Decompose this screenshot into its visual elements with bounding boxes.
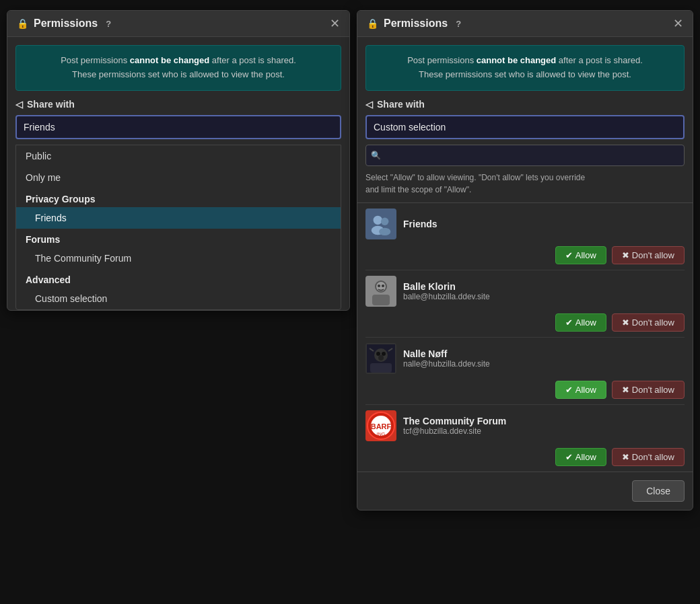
permission-help-text: Select "Allow" to allow viewing. "Don't … <box>357 172 693 202</box>
right-dialog-header: 🔒 Permissions ? ✕ <box>357 11 693 37</box>
dropdown-item-community-forum[interactable]: The Community Forum <box>16 248 341 269</box>
svg-text:ING: ING <box>377 432 385 437</box>
action-row-friends: ✔ Allow ✖ Don't allow <box>365 243 685 270</box>
svg-point-1 <box>381 217 388 225</box>
contact-row-tcf: BARF ING The Community Forum tcf@hubzill… <box>365 410 685 445</box>
right-info-prefix: Post permissions <box>407 55 477 65</box>
right-info-strong: cannot be changed <box>477 55 556 65</box>
contact-info-nalle: Nalle Nøff nalle@hubzilla.ddev.site <box>403 348 685 369</box>
left-close-button[interactable]: ✕ <box>330 17 340 30</box>
dialog-footer: Close <box>357 472 693 510</box>
cross-icon-tcf: ✖ <box>622 452 629 462</box>
right-share-with-input[interactable] <box>365 115 685 139</box>
dropdown-item-only-me[interactable]: Only me <box>16 167 341 188</box>
left-info-prefix: Post permissions <box>61 55 130 65</box>
dropdown-item-custom-selection[interactable]: Custom selection <box>16 288 341 309</box>
contact-item-tcf: BARF ING The Community Forum tcf@hubzill… <box>357 405 693 471</box>
svg-point-14 <box>378 355 384 361</box>
dropdown-group-forums: Forums <box>16 229 341 248</box>
action-row-nalle: ✔ Allow ✖ Don't allow <box>365 378 685 404</box>
avatar-nalle <box>365 343 396 374</box>
check-icon-friends: ✔ <box>565 250 573 260</box>
right-share-with-section: ◁ Share with <box>357 99 693 145</box>
left-permissions-dialog: 🔒 Permissions ? ✕ Post permissions canno… <box>7 10 350 311</box>
contact-row-balle: Balle Klorin balle@hubzilla.ddev.site <box>365 276 685 311</box>
action-row-balle: ✔ Allow ✖ Don't allow <box>365 311 685 337</box>
dropdown-item-public[interactable]: Public <box>16 145 341 167</box>
left-share-with-section: ◁ Share with <box>7 99 349 145</box>
dontallow-button-friends[interactable]: ✖ Don't allow <box>612 246 685 264</box>
allow-button-friends[interactable]: ✔ Allow <box>555 246 606 264</box>
check-icon-nalle: ✔ <box>565 385 573 395</box>
check-icon-tcf: ✔ <box>565 452 573 462</box>
right-send-icon: ◁ <box>365 99 373 110</box>
action-row-tcf: ✔ Allow ✖ Don't allow <box>365 445 685 471</box>
contact-item-balle: Balle Klorin balle@hubzilla.ddev.site ✔ … <box>357 270 693 337</box>
search-box-wrap <box>357 145 693 172</box>
contact-name-balle: Balle Klorin <box>403 281 685 292</box>
right-dialog-title: Permissions <box>384 17 448 30</box>
contact-name-nalle: Nalle Nøff <box>403 348 685 359</box>
contact-info-tcf: The Community Forum tcf@hubzilla.ddev.si… <box>403 416 685 436</box>
search-wrap <box>365 145 685 166</box>
left-info-suffix: after a post is shared. <box>209 55 296 65</box>
contact-item-friends: Friends ✔ Allow ✖ Don't allow <box>357 203 693 270</box>
send-icon: ◁ <box>15 99 23 110</box>
dontallow-button-nalle[interactable]: ✖ Don't allow <box>612 381 685 399</box>
right-share-with-label: ◁ Share with <box>365 99 685 110</box>
left-dialog-title: Permissions <box>34 17 98 30</box>
allow-button-tcf[interactable]: ✔ Allow <box>555 448 606 466</box>
cross-icon-nalle: ✖ <box>622 385 629 395</box>
contact-list: Friends ✔ Allow ✖ Don't allow <box>357 203 693 471</box>
right-info-line2: These permissions set who is allowed to … <box>419 69 631 79</box>
right-close-button[interactable]: ✕ <box>673 17 683 30</box>
contact-row-friends: Friends <box>365 209 685 243</box>
contact-info-balle: Balle Klorin balle@hubzilla.ddev.site <box>403 281 685 301</box>
dropdown-group-advanced: Advanced <box>16 269 341 288</box>
left-share-with-input[interactable] <box>15 115 341 139</box>
right-info-box: Post permissions cannot be changed after… <box>365 45 685 91</box>
dontallow-button-balle[interactable]: ✖ Don't allow <box>612 313 685 332</box>
left-info-line2: These permissions set who is allowed to … <box>72 69 285 79</box>
avatar-tcf: BARF ING <box>365 410 396 441</box>
contact-item-nalle: Nalle Nøff nalle@hubzilla.ddev.site ✔ Al… <box>357 338 693 404</box>
left-dropdown-menu: Public Only me Privacy Groups Friends Fo… <box>15 145 341 310</box>
svg-rect-15 <box>370 363 392 373</box>
contact-name-friends: Friends <box>403 219 685 229</box>
svg-point-8 <box>378 285 380 287</box>
cross-icon-balle: ✖ <box>622 317 629 328</box>
close-dialog-button[interactable]: Close <box>632 480 685 502</box>
right-help-icon[interactable]: ? <box>456 19 461 29</box>
search-input[interactable] <box>365 145 685 166</box>
right-permissions-dialog: 🔒 Permissions ? ✕ Post permissions canno… <box>357 10 693 511</box>
allow-button-nalle[interactable]: ✔ Allow <box>555 381 606 399</box>
right-info-suffix: after a post is shared. <box>556 55 643 65</box>
svg-rect-6 <box>372 295 390 305</box>
contact-row-nalle: Nalle Nøff nalle@hubzilla.ddev.site <box>365 343 685 378</box>
right-lock-icon: 🔒 <box>367 18 378 29</box>
svg-point-9 <box>382 285 384 287</box>
contact-email-nalle: nalle@hubzilla.ddev.site <box>403 359 685 369</box>
svg-point-13 <box>382 352 386 356</box>
svg-point-3 <box>379 227 390 235</box>
avatar-balle <box>365 276 396 307</box>
cross-icon-friends: ✖ <box>622 250 629 260</box>
dropdown-item-friends[interactable]: Friends <box>16 207 341 229</box>
svg-point-12 <box>376 352 380 356</box>
left-info-box: Post permissions cannot be changed after… <box>15 45 341 91</box>
right-dialog-title-group: 🔒 Permissions ? <box>367 17 673 30</box>
contact-email-tcf: tcf@hubzilla.ddev.site <box>403 426 685 436</box>
contact-name-tcf: The Community Forum <box>403 416 685 426</box>
contact-info-friends: Friends <box>403 219 685 229</box>
allow-button-balle[interactable]: ✔ Allow <box>555 313 606 332</box>
svg-point-0 <box>374 215 382 224</box>
left-dialog-header: 🔒 Permissions ? ✕ <box>7 11 349 37</box>
lock-icon: 🔒 <box>17 18 28 29</box>
dropdown-group-privacy-groups: Privacy Groups <box>16 188 341 207</box>
dontallow-button-tcf[interactable]: ✖ Don't allow <box>612 448 685 466</box>
left-help-icon[interactable]: ? <box>106 19 111 29</box>
left-dialog-title-group: 🔒 Permissions ? <box>17 17 330 30</box>
contact-email-balle: balle@hubzilla.ddev.site <box>403 292 685 301</box>
left-info-strong: cannot be changed <box>130 55 209 65</box>
left-share-with-label: ◁ Share with <box>15 99 341 110</box>
